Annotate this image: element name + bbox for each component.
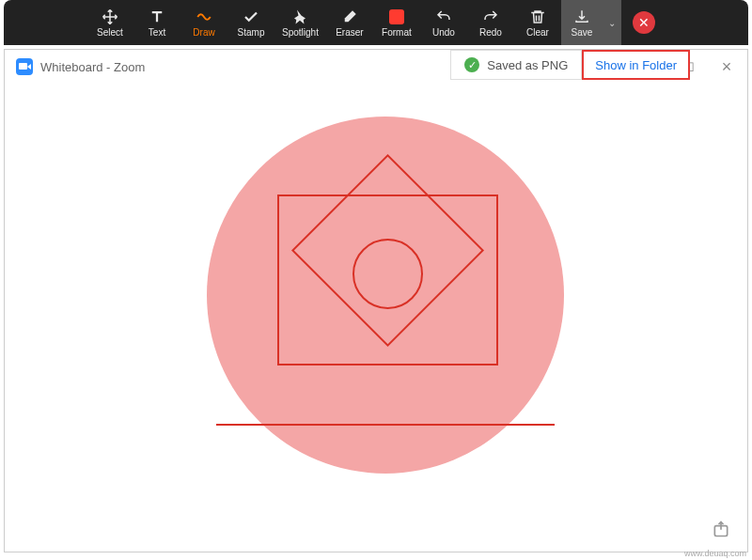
whiteboard-canvas[interactable] <box>5 84 747 552</box>
save-dropdown[interactable]: ⌄ <box>603 18 621 28</box>
check-circle-icon: ✓ <box>464 57 479 72</box>
move-icon <box>102 8 118 26</box>
save-label: Save <box>572 28 593 38</box>
show-folder-label: Show in Folder <box>595 58 677 72</box>
redo-icon <box>482 8 499 26</box>
undo-label: Undo <box>432 28 455 38</box>
clear-tool[interactable]: Clear <box>514 0 561 45</box>
text-tool[interactable]: Text <box>133 0 180 45</box>
share-icon[interactable] <box>712 520 730 538</box>
text-icon <box>149 8 165 26</box>
saved-message: ✓ Saved as PNG <box>450 50 582 80</box>
text-label: Text <box>149 28 165 38</box>
spotlight-tool[interactable]: Spotlight <box>274 0 326 45</box>
spotlight-label: Spotlight <box>282 28 319 38</box>
select-tool[interactable]: Select <box>86 0 133 45</box>
draw-icon <box>196 8 212 26</box>
annotation-toolbar: Select Text Draw Stamp Spotlight Eraser <box>4 0 748 45</box>
stamp-label: Stamp <box>238 28 265 38</box>
clear-label: Clear <box>526 28 549 38</box>
checkmark-icon <box>243 8 259 26</box>
draw-label: Draw <box>193 28 214 38</box>
save-tool[interactable]: Save <box>561 0 603 45</box>
eraser-icon <box>341 8 358 26</box>
show-in-folder-button[interactable]: Show in Folder <box>582 50 690 80</box>
select-label: Select <box>97 28 123 38</box>
stamp-tool[interactable]: Stamp <box>227 0 274 45</box>
format-tool[interactable]: Format <box>373 0 420 45</box>
saved-text: Saved as PNG <box>487 58 568 72</box>
chevron-down-icon: ⌄ <box>608 18 616 28</box>
zoom-app-icon <box>16 58 33 75</box>
undo-tool[interactable]: Undo <box>420 0 467 45</box>
format-icon <box>389 8 404 26</box>
save-tool-group: Save ⌄ <box>561 0 621 45</box>
close-icon: ✕ <box>638 15 650 30</box>
whiteboard-window: Whiteboard - Zoom ☐ × <box>4 49 748 552</box>
close-toolbar-button[interactable]: ✕ <box>633 11 655 34</box>
undo-icon <box>435 8 452 26</box>
redo-tool[interactable]: Redo <box>467 0 514 45</box>
title-left: Whiteboard - Zoom <box>16 58 145 75</box>
close-window-button[interactable]: × <box>717 57 736 77</box>
format-label: Format <box>382 28 412 38</box>
watermark: www.deuaq.com <box>684 549 746 558</box>
save-notification: ✓ Saved as PNG Show in Folder <box>450 50 690 80</box>
download-icon <box>573 8 590 26</box>
eraser-tool[interactable]: Eraser <box>326 0 373 45</box>
line-shape <box>216 424 555 426</box>
window-title: Whiteboard - Zoom <box>40 60 145 74</box>
draw-tool[interactable]: Draw <box>180 0 227 45</box>
eraser-label: Eraser <box>336 28 363 38</box>
redo-label: Redo <box>479 28 502 38</box>
circle-outline-shape <box>352 239 423 309</box>
trash-icon <box>529 8 546 26</box>
spotlight-icon <box>291 8 308 26</box>
